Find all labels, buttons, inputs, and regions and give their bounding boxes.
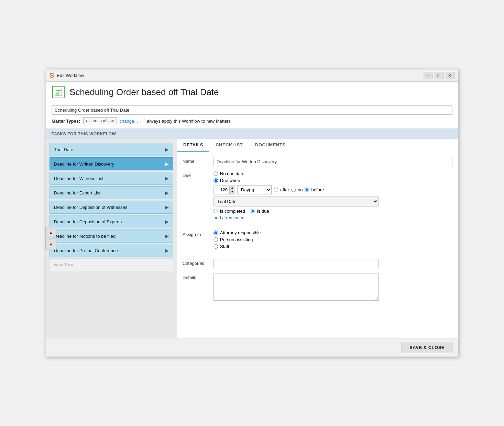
no-due-date-label: No due date	[220, 171, 244, 176]
period-select[interactable]: Day(s) Week(s) Month(s)	[237, 185, 272, 194]
task-item-motions[interactable]: Deadline for Motions to be filed ▶	[50, 229, 173, 243]
add-reminder-link[interactable]: add a reminder	[213, 215, 243, 220]
on-row[interactable]: on	[291, 187, 303, 192]
task-item-written-discovery[interactable]: Deadline for Written Discovery ▶	[50, 157, 173, 170]
before-radio[interactable]	[305, 188, 309, 192]
is-completed-row[interactable]: is completed	[213, 209, 245, 214]
staff-radio[interactable]	[213, 244, 218, 249]
task-arrow-icon: ▶	[165, 190, 169, 195]
workflow-name-input[interactable]	[52, 105, 452, 115]
task-item-witness-list[interactable]: Deadline for Witness List ▶	[50, 172, 173, 185]
task-arrow-icon: ▶	[165, 147, 169, 152]
app-logo-icon: S	[50, 71, 54, 79]
attorney-label: Attorney responsible	[220, 230, 261, 235]
staff-label: Staff	[220, 244, 229, 249]
name-control	[213, 157, 452, 166]
page-title: Scheduling Order based off Trial Date	[69, 87, 219, 98]
always-apply-checkbox[interactable]	[141, 119, 145, 123]
assign-options: Attorney responsible Person assisting St…	[213, 230, 452, 249]
title-bar: S Edit Workflow ─ □ ✕	[46, 69, 458, 82]
person-assisting-label: Person assisting	[220, 237, 253, 242]
spin-buttons: ▲ ▼	[229, 186, 235, 194]
task-arrow-icon: ▶	[165, 161, 169, 167]
due-when-row[interactable]: Due when	[213, 178, 452, 183]
person-assisting-row[interactable]: Person assisting	[213, 237, 452, 242]
spin-up-button[interactable]: ▲	[229, 186, 235, 190]
change-link[interactable]: change...	[120, 119, 138, 124]
task-arrow-icon: ▶	[165, 204, 169, 210]
trigger-select-row: Trial Date Matter Open Date Case Filed D…	[213, 197, 452, 206]
tab-documents[interactable]: DOCUMENTS	[249, 139, 292, 152]
person-assisting-radio[interactable]	[213, 237, 218, 242]
matter-types-badge: all areas of law	[83, 117, 117, 124]
task-item-pretrial[interactable]: Deadline for Pretrial Conference ▶	[50, 244, 173, 257]
due-when-label: Due when	[220, 178, 240, 183]
due-row: Due No due date Due when	[183, 171, 452, 220]
task-arrow-icon: ▶	[165, 219, 169, 224]
task-item-expert-list[interactable]: Deadline for Expert List ▶	[50, 186, 173, 199]
no-due-date-radio[interactable]	[213, 171, 218, 176]
details-textarea[interactable]	[213, 273, 379, 301]
is-completed-radio[interactable]	[213, 209, 218, 213]
task-label: Deadline for Written Discovery	[54, 161, 114, 167]
save-close-button[interactable]: SAVE & CLOSE	[402, 342, 452, 353]
move-down-button[interactable]: ▼	[45, 239, 56, 250]
detail-body: Name Due No due date	[177, 152, 458, 338]
detail-column: DETAILS CHECKLIST DOCUMENTS Name	[177, 139, 458, 338]
days-input[interactable]	[214, 186, 229, 194]
move-up-button[interactable]: ▲	[45, 227, 56, 238]
close-button[interactable]: ✕	[445, 72, 454, 79]
always-apply-label[interactable]: always apply this Workflow to new Matter…	[141, 119, 231, 124]
before-label: before	[311, 187, 324, 192]
completed-due-row: is completed is due	[213, 209, 452, 214]
main-window: S Edit Workflow ─ □ ✕ Scheduling Order b…	[46, 69, 458, 357]
is-completed-label: is completed	[220, 209, 245, 214]
categories-label: Categories	[183, 259, 213, 266]
task-name-input[interactable]	[213, 157, 452, 166]
is-due-radio[interactable]	[251, 209, 255, 213]
tasks-body: ▲ ▼ Trial Date ▶ Deadline for Written Di…	[46, 139, 458, 338]
title-bar-left: S Edit Workflow	[50, 71, 84, 79]
after-row[interactable]: after	[274, 187, 289, 192]
tabs-row: DETAILS CHECKLIST DOCUMENTS	[177, 139, 458, 152]
trigger-select[interactable]: Trial Date Matter Open Date Case Filed D…	[213, 197, 379, 206]
assign-label: Assign to	[183, 230, 213, 237]
title-bar-text: Edit Workflow	[57, 73, 84, 78]
form-section: Matter Types: all areas of law change...…	[46, 102, 458, 129]
task-label: Deadline for Deposition of Witnesses	[54, 205, 127, 210]
attorney-radio[interactable]	[213, 231, 218, 235]
minimize-button[interactable]: ─	[423, 72, 432, 79]
spin-down-button[interactable]: ▼	[229, 190, 235, 194]
attorney-row[interactable]: Attorney responsible	[213, 230, 452, 235]
matter-types-row: Matter Types: all areas of law change...…	[52, 117, 452, 124]
before-row[interactable]: before	[305, 187, 324, 192]
on-radio[interactable]	[291, 188, 296, 192]
task-item-deposition-experts[interactable]: Deadline for Deposition of Experts ▶	[50, 215, 173, 228]
categories-input[interactable]	[213, 259, 379, 268]
section-divider-2	[183, 254, 452, 254]
task-item-trial-date[interactable]: Trial Date ▶	[50, 143, 173, 156]
name-row: Name	[183, 157, 452, 166]
due-control: No due date Due when	[213, 171, 452, 220]
after-radio[interactable]	[274, 188, 278, 192]
tasks-header: TASKS FOR THIS WORKFLOW	[46, 129, 458, 139]
up-down-buttons: ▲ ▼	[45, 227, 56, 250]
task-item-deposition-witnesses[interactable]: Deadline for Deposition of Witnesses ▶	[50, 201, 173, 214]
name-label: Name	[183, 157, 213, 164]
due-when-radio[interactable]	[213, 178, 218, 183]
task-label: Deadline for Expert List	[54, 190, 100, 195]
due-label: Due	[183, 171, 213, 178]
no-due-date-row[interactable]: No due date	[213, 171, 452, 176]
tab-checklist[interactable]: CHECKLIST	[209, 139, 249, 152]
matter-types-label: Matter Types:	[52, 119, 80, 124]
maximize-button[interactable]: □	[434, 72, 443, 79]
new-task-placeholder[interactable]: New Task	[50, 258, 173, 271]
due-options: No due date Due when	[213, 171, 452, 183]
details-row: Details	[183, 273, 452, 302]
details-label: Details	[183, 273, 213, 280]
is-due-row[interactable]: is due	[251, 209, 269, 214]
tab-details[interactable]: DETAILS	[177, 139, 209, 152]
task-label: Deadline for Deposition of Experts	[54, 219, 122, 224]
staff-row[interactable]: Staff	[213, 244, 452, 249]
window-footer: SAVE & CLOSE	[46, 338, 458, 357]
